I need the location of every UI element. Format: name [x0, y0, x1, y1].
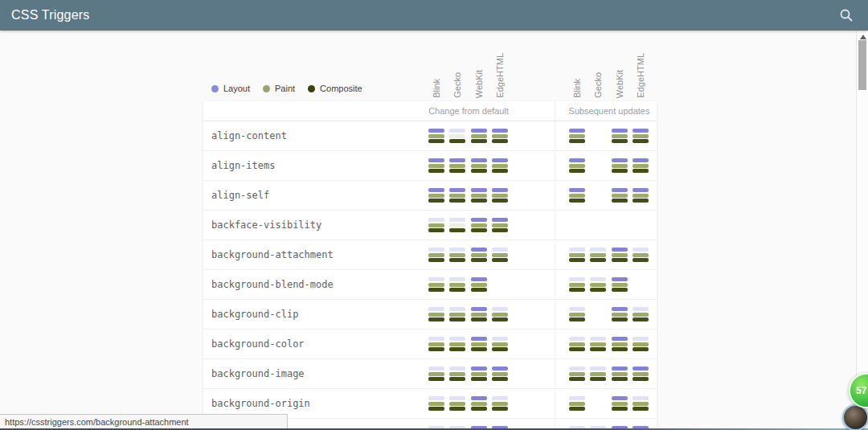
- app-bar: CSS Triggers: [0, 0, 868, 31]
- property-link[interactable]: align-self: [211, 181, 269, 210]
- composite-bar-active: [492, 407, 508, 411]
- layout-bar-inactive: [569, 396, 585, 400]
- composite-bar-active: [633, 258, 649, 262]
- trigger-indicator-webkit-change: [471, 337, 487, 351]
- paint-bar-active: [428, 372, 444, 376]
- notification-badge-bubble[interactable]: 57: [849, 373, 868, 408]
- trigger-indicator-blink-subsequent: [569, 277, 585, 292]
- browser-label-gecko-change: Gecko: [452, 72, 463, 98]
- layout-bar-inactive: [449, 218, 465, 222]
- composite-bar-active: [492, 347, 508, 351]
- paint-bar-active: [612, 194, 628, 198]
- trigger-indicator-gecko-change: [449, 129, 465, 143]
- layout-bar-active: [471, 158, 487, 162]
- composite-bar-active: [449, 169, 465, 173]
- trigger-indicator-blink-change: [428, 396, 444, 411]
- trigger-indicator-webkit-change: [471, 218, 487, 232]
- table-row: background-image: [203, 359, 657, 389]
- layout-bar-inactive: [633, 307, 649, 311]
- paint-bar-active: [612, 402, 628, 406]
- composite-bar-active: [428, 199, 444, 203]
- layout-bar-active: [633, 129, 649, 133]
- trigger-indicator-gecko-change: [449, 188, 465, 203]
- paint-bar-active: [612, 253, 628, 257]
- layout-bar-active: [633, 188, 649, 192]
- page-scrollbar[interactable]: [856, 31, 868, 428]
- paint-bar-active: [569, 372, 585, 376]
- paint-bar-active: [492, 194, 508, 198]
- layout-bar-inactive: [633, 337, 649, 341]
- property-link[interactable]: background-attachment: [211, 240, 334, 269]
- paint-bar-active: [471, 402, 487, 406]
- scroll-up-arrow-icon[interactable]: [860, 35, 866, 39]
- trigger-indicator-gecko-change: [449, 218, 465, 232]
- property-link[interactable]: align-content: [211, 121, 287, 150]
- composite-bar-active: [590, 288, 606, 292]
- browser-label-edgehtml-change: EdgeHTML: [494, 53, 506, 98]
- trigger-indicator-webkit-change: [471, 277, 487, 292]
- layout-bar-inactive: [569, 367, 585, 371]
- composite-bar-active: [612, 377, 628, 381]
- layout-bar-active: [612, 248, 628, 252]
- paint-bar-active: [569, 402, 585, 406]
- paint-bar-active: [428, 134, 444, 138]
- paint-bar-active: [471, 253, 487, 257]
- composite-bar-active: [633, 317, 649, 321]
- layout-bar-inactive: [449, 129, 465, 133]
- trigger-indicator-edgehtml-subsequent: [633, 307, 649, 321]
- property-link[interactable]: align-items: [211, 151, 275, 180]
- composite-bar-active: [612, 199, 628, 203]
- composite-bar-active: [633, 139, 649, 143]
- trigger-indicator-webkit-change: [471, 188, 487, 203]
- trigger-indicator-blink-subsequent: [569, 248, 585, 262]
- property-link[interactable]: backface-visibility: [211, 211, 321, 240]
- trigger-indicator-blink-subsequent: [569, 188, 585, 203]
- composite-bar-active: [428, 317, 444, 321]
- paint-bar-active: [428, 342, 444, 346]
- paint-bar-active: [492, 164, 508, 168]
- paint-bar-active: [569, 342, 585, 346]
- paint-bar-active: [449, 194, 465, 198]
- composite-bar-active: [492, 199, 508, 203]
- composite-bar-active: [471, 199, 487, 203]
- layout-bar-inactive: [590, 337, 606, 341]
- composite-bar-active: [569, 288, 585, 292]
- layout-bar-inactive: [449, 367, 465, 371]
- composite-bar-active: [612, 347, 628, 351]
- property-link[interactable]: background-color: [211, 330, 305, 358]
- paint-bar-active: [633, 342, 649, 346]
- paint-bar-active: [492, 313, 508, 317]
- paint-bar-active: [590, 342, 606, 346]
- browser-label-webkit-change: WebKit: [473, 70, 485, 98]
- layout-bar-active: [492, 218, 508, 222]
- trigger-indicator-blink-subsequent: [569, 307, 585, 321]
- paint-bar-active: [612, 372, 628, 376]
- paint-bar-active: [428, 223, 444, 227]
- paint-bar-active: [449, 253, 465, 257]
- paint-bar-active: [492, 134, 508, 138]
- trigger-indicator-blink-subsequent: [569, 367, 585, 381]
- layout-bar-active: [428, 188, 444, 192]
- paint-bar-active: [633, 134, 649, 138]
- search-button[interactable]: [836, 5, 857, 26]
- composite-bar-active: [471, 407, 487, 411]
- composite-bar-active: [633, 199, 649, 203]
- paint-bar-active: [569, 164, 585, 168]
- composite-bar-active: [612, 169, 628, 173]
- trigger-indicator-edgehtml-change: [492, 158, 508, 173]
- property-link[interactable]: background-clip: [211, 300, 298, 329]
- property-link[interactable]: background-blend-mode: [211, 270, 334, 299]
- trigger-indicator-blink-change: [428, 218, 444, 232]
- scrollbar-thumb[interactable]: [858, 40, 866, 90]
- trigger-indicator-gecko-change: [449, 158, 465, 173]
- composite-bar-active: [428, 169, 444, 173]
- layout-bar-active: [492, 158, 508, 162]
- trigger-indicator-edgehtml-change: [492, 218, 508, 232]
- table-row: backface-visibility: [203, 211, 657, 240]
- browser-label-blink-subsequent: Blink: [571, 79, 583, 98]
- layout-bar-active: [471, 129, 487, 133]
- composite-bar-active: [471, 288, 487, 292]
- composite-bar-active: [471, 377, 487, 381]
- trigger-indicator-gecko-change: [449, 277, 465, 292]
- property-link[interactable]: background-image: [211, 359, 305, 388]
